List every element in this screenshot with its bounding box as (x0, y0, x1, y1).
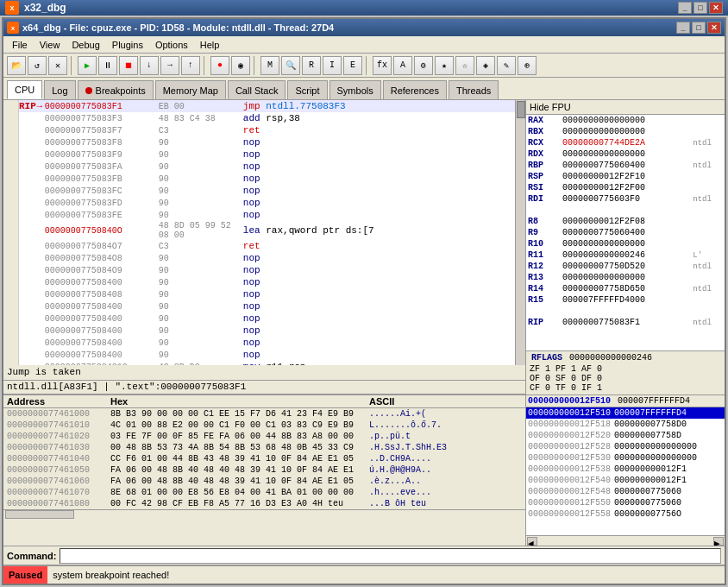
reg-rdx[interactable]: RDX0000000000000000 (526, 148, 725, 160)
tab-script[interactable]: Script (287, 80, 327, 99)
flag-if-val[interactable]: 1 (597, 383, 602, 393)
disasm-scroll-thumb[interactable] (517, 101, 525, 118)
reg-rax[interactable]: RAX0000000000000000 (526, 115, 725, 126)
inner-maximize-button[interactable]: □ (692, 22, 706, 34)
inner-minimize-button[interactable]: _ (676, 22, 690, 34)
stack-row-9[interactable]: 000000000012F558 000000007756O (526, 508, 725, 520)
disasm-row-17[interactable]: 000000077508400 90 nop (19, 312, 515, 325)
hex-scroll-thumb[interactable] (5, 510, 74, 519)
stack-row-3[interactable]: 000000000012F528 0000000000000000 (526, 441, 725, 452)
reg-rbx[interactable]: RBX0000000000000000 (526, 126, 725, 137)
stack-scrollbar[interactable]: ◀ ▶ (526, 535, 725, 546)
hex-row-0[interactable]: 0000000077461000 8B B3 90 00 00 00 C1 EE… (3, 408, 525, 420)
toolbar-run[interactable]: ▶ (78, 56, 97, 75)
disasm-row-20[interactable]: 000000077508400 90 nop (19, 349, 515, 361)
disasm-row-11[interactable]: 0000000775084O7 C3 ret (19, 240, 515, 252)
flag-of-val[interactable]: 0 (545, 374, 550, 383)
reg-rip[interactable]: RIP0000000775083F1ntdl (526, 317, 725, 328)
toolbar-import[interactable]: I (323, 56, 342, 75)
hex-row-6[interactable]: 0000000077461060 FA 06 00 48 8B 40 48 48… (3, 476, 525, 487)
stack-row-6[interactable]: 000000000012F540 000000000012F1 (526, 475, 725, 486)
reg-rcx[interactable]: RCX000000007744DE2Antdl (526, 137, 725, 148)
disasm-row-12[interactable]: 0000000775084O8 90 nop (19, 252, 515, 264)
disasm-row-2[interactable]: 0000000775083F7 C3 ret (19, 124, 515, 136)
toolbar-export[interactable]: E (343, 56, 362, 75)
stack-scroll-left[interactable]: ◀ (527, 537, 537, 546)
toolbar-restart[interactable]: ↺ (28, 56, 47, 75)
command-input[interactable] (60, 548, 721, 564)
stack-row-1[interactable]: 000000000012F518 000000007758D0 (526, 419, 725, 430)
toolbar-pause[interactable]: ⏸ (98, 56, 117, 75)
disasm-row-8[interactable]: 0000000775083FD 90 nop (19, 197, 515, 209)
hex-row-4[interactable]: 0000000077461040 CC F6 01 00 44 8B 43 48… (3, 453, 525, 464)
toolbar-ref[interactable]: R (302, 56, 321, 75)
reg-rsp[interactable]: RSP00000000012F2F10 (526, 171, 725, 182)
stack-row-4[interactable]: 000000000012F530 0000000000000000 (526, 452, 725, 464)
toolbar-a[interactable]: A (393, 56, 412, 75)
hex-row-2[interactable]: 0000000077461020 03 FE 7F 00 0F 85 FE FA… (3, 431, 525, 442)
disasm-row-14[interactable]: 000000077508400 90 nop (19, 276, 515, 288)
close-button[interactable]: ✕ (709, 2, 723, 14)
toolbar-bp[interactable]: ● (210, 56, 229, 75)
menu-plugins[interactable]: Plugins (107, 39, 148, 51)
disasm-row-10[interactable]: 00000007750840O 48 8D 05 99 52 08 00 lea… (19, 221, 515, 240)
toolbar-stop[interactable]: ⏹ (119, 56, 138, 75)
toolbar-mem[interactable]: M (260, 56, 279, 75)
reg-rdi[interactable]: RDI0000000775603F0ntdl (526, 193, 725, 205)
disasm-row-1[interactable]: 0000000775083F3 48 83 C4 38 add rsp,38 (19, 112, 515, 124)
disasm-row-5[interactable]: 0000000775083FA 90 nop (19, 161, 515, 173)
disasm-row-4[interactable]: 0000000775083F9 90 nop (19, 148, 515, 161)
disasm-row-18[interactable]: 000000077508400 90 nop (19, 325, 515, 337)
hide-fpu-button[interactable]: Hide FPU (526, 100, 725, 115)
reg-r13[interactable]: R130000000000000000 (526, 272, 725, 283)
hex-scrollbar[interactable] (3, 509, 525, 520)
reg-r12[interactable]: R12000000007750D520ntdl (526, 261, 725, 272)
toolbar-step-into[interactable]: ↓ (140, 56, 159, 75)
disasm-row-15[interactable]: 000000077508408 90 nop (19, 288, 515, 300)
flag-df-val[interactable]: 0 (597, 374, 602, 383)
disasm-row-6[interactable]: 0000000775083FB 90 nop (19, 173, 515, 185)
toolbar-search[interactable]: 🔍 (281, 56, 300, 75)
flag-pf-val[interactable]: 1 (571, 364, 576, 374)
tab-breakpoints[interactable]: Breakpoints (78, 80, 154, 99)
reg-r11[interactable]: R110000000000000246L' (526, 249, 725, 261)
maximize-button[interactable]: □ (693, 2, 707, 14)
stack-scroll-track[interactable] (538, 536, 712, 545)
toolbar-fx[interactable]: fx (373, 56, 392, 75)
toolbar-plugin6[interactable]: ⊕ (518, 56, 537, 75)
tab-symbols[interactable]: Symbols (329, 80, 381, 99)
toolbar-plugin4[interactable]: ◈ (476, 56, 495, 75)
toolbar-step-out[interactable]: ↑ (181, 56, 200, 75)
disasm-row-7[interactable]: 0000000775083FC 90 nop (19, 185, 515, 197)
toolbar-step-over[interactable]: → (160, 56, 179, 75)
toolbar-hw-bp[interactable]: ◉ (231, 56, 250, 75)
stack-row-2[interactable]: 000000000012F520 000000007758D (526, 430, 725, 441)
toolbar-plugin3[interactable]: ☆ (455, 56, 474, 75)
menu-file[interactable]: File (7, 39, 33, 51)
menu-debug[interactable]: Debug (66, 39, 104, 51)
hex-row-3[interactable]: 0000000077461030 00 48 8B 53 73 4A 8B 54… (3, 442, 525, 453)
toolbar-plugin1[interactable]: ⚙ (414, 56, 433, 75)
toolbar-close[interactable]: ✕ (48, 56, 67, 75)
menu-help[interactable]: Help (195, 39, 225, 51)
flag-sf-val[interactable]: 0 (571, 374, 576, 383)
reg-rsi[interactable]: RSI00000000012F2F00 (526, 182, 725, 193)
flag-cf-val[interactable]: 0 (545, 383, 550, 393)
toolbar-open[interactable]: 📂 (7, 56, 26, 75)
reg-r9[interactable]: R90000000775060400 (526, 227, 725, 238)
stack-row-8[interactable]: 000000000012F550 0000000775060 (526, 497, 725, 508)
menu-options[interactable]: Options (150, 39, 193, 51)
disasm-row-0[interactable]: RIP → 0000000775083F1 EB 00 jmp ntdll.77… (19, 100, 515, 112)
tab-call-stack[interactable]: Call Stack (228, 80, 286, 99)
flag-tf-val[interactable]: 0 (571, 383, 576, 393)
toolbar-plugin2[interactable]: ★ (435, 56, 454, 75)
tab-log[interactable]: Log (44, 80, 75, 99)
reg-r15[interactable]: R15000007FFFFFD4000 (526, 294, 725, 306)
tab-threads[interactable]: Threads (449, 80, 499, 99)
stack-row-7[interactable]: 000000000012F548 0000000775060 (526, 486, 725, 497)
reg-r14[interactable]: R14000000007758D650ntdl (526, 283, 725, 294)
flag-zf-val[interactable]: 1 (545, 364, 550, 374)
disasm-row-3[interactable]: 0000000775083F8 90 nop (19, 136, 515, 148)
menu-view[interactable]: View (35, 39, 66, 51)
hex-row-5[interactable]: 0000000077461050 FA 06 00 48 8B 40 48 40… (3, 464, 525, 476)
